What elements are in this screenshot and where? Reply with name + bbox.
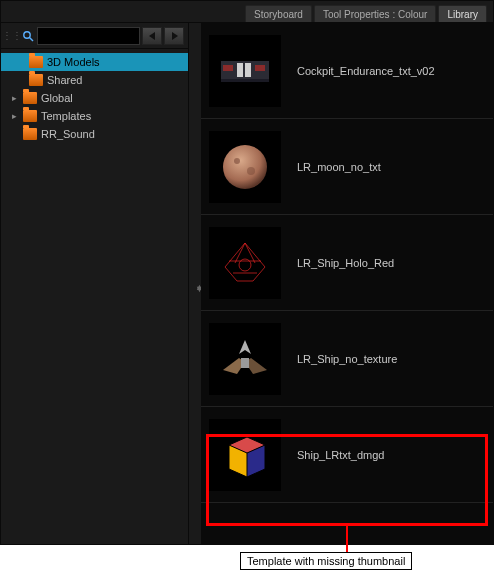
svg-marker-3 (172, 32, 178, 40)
search-input[interactable] (37, 27, 140, 45)
annotation-label: Template with missing thumbnail (240, 552, 412, 570)
annotation-connector (346, 526, 348, 552)
toolbar-handle-icon: ⋮⋮ (5, 30, 19, 41)
svg-rect-6 (237, 63, 243, 77)
search-icon (21, 29, 35, 43)
svg-point-12 (247, 167, 255, 175)
folder-tree: 3D Models Shared ▸ Global ▸ Templates (1, 49, 188, 544)
triangle-left-icon (149, 32, 156, 40)
item-label: LR_moon_no_txt (297, 161, 381, 173)
item-label: LR_Ship_no_texture (297, 353, 397, 365)
svg-line-1 (30, 37, 34, 41)
list-item[interactable]: Cockpit_Endurance_txt_v02 (201, 23, 493, 119)
svg-rect-7 (245, 63, 251, 77)
item-label: Ship_LRtxt_dmgd (297, 449, 384, 461)
splitter-handle[interactable]: ▲▼ (189, 23, 201, 544)
tree-item-label: Global (41, 92, 73, 104)
svg-marker-14 (239, 340, 251, 354)
svg-marker-17 (241, 358, 249, 368)
tree-item-label: Templates (41, 110, 91, 122)
nav-next-button[interactable] (164, 27, 184, 45)
panel-tabs: Storyboard Tool Properties : Colour Libr… (1, 1, 493, 23)
thumbnail-list: Cockpit_Endurance_txt_v02 (201, 23, 493, 544)
sidebar: ⋮⋮ 3D Models Shared (1, 23, 189, 544)
svg-point-0 (24, 31, 30, 37)
thumbnail-moon (209, 131, 281, 203)
svg-point-11 (234, 158, 240, 164)
list-item[interactable]: LR_moon_no_txt (201, 119, 493, 215)
svg-rect-8 (255, 65, 265, 71)
main-area: ⋮⋮ 3D Models Shared (1, 23, 493, 544)
item-label: Cockpit_Endurance_txt_v02 (297, 65, 435, 77)
sidebar-toolbar: ⋮⋮ (1, 23, 188, 49)
tree-item-label: 3D Models (47, 56, 100, 68)
library-panel: Storyboard Tool Properties : Colour Libr… (0, 0, 494, 545)
thumbnail-cockpit (209, 35, 281, 107)
folder-icon (23, 128, 37, 140)
svg-point-10 (223, 145, 267, 189)
list-item[interactable]: LR_Ship_no_texture (201, 311, 493, 407)
tree-item-label: Shared (47, 74, 82, 86)
svg-rect-9 (221, 79, 269, 82)
tree-item-rr-sound[interactable]: RR_Sound (1, 125, 188, 143)
folder-icon (29, 74, 43, 86)
thumbnail-missing-cube (209, 419, 281, 491)
tree-item-label: RR_Sound (41, 128, 95, 140)
list-item[interactable]: LR_Ship_Holo_Red (201, 215, 493, 311)
thumbnail-ship (209, 323, 281, 395)
tab-storyboard[interactable]: Storyboard (245, 5, 312, 22)
expander-icon[interactable]: ▸ (9, 111, 19, 121)
list-item[interactable]: Ship_LRtxt_dmgd (201, 407, 493, 503)
nav-prev-button[interactable] (142, 27, 162, 45)
tree-item-3d-models[interactable]: 3D Models (1, 53, 188, 71)
folder-icon (23, 92, 37, 104)
folder-icon (29, 56, 43, 68)
expander-icon[interactable]: ▸ (9, 93, 19, 103)
tab-library[interactable]: Library (438, 5, 487, 22)
svg-rect-5 (223, 65, 233, 71)
thumbnail-holo (209, 227, 281, 299)
tree-item-templates[interactable]: ▸ Templates (1, 107, 188, 125)
folder-icon (23, 110, 37, 122)
triangle-right-icon (171, 32, 178, 40)
tree-item-global[interactable]: ▸ Global (1, 89, 188, 107)
tab-tool-properties[interactable]: Tool Properties : Colour (314, 5, 437, 22)
svg-marker-2 (149, 32, 155, 40)
item-label: LR_Ship_Holo_Red (297, 257, 394, 269)
tree-item-shared[interactable]: Shared (1, 71, 188, 89)
